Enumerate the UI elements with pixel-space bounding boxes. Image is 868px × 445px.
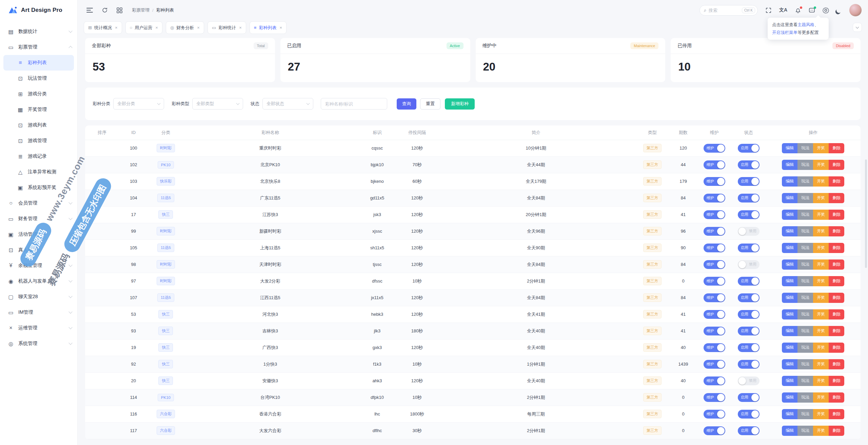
play-rules-button[interactable]: 玩法 <box>797 143 813 153</box>
draw-button[interactable]: 开奖 <box>813 392 829 403</box>
toggle-on[interactable]: 维护 <box>704 327 725 335</box>
edit-button[interactable]: 编辑 <box>782 392 797 403</box>
toggle-on[interactable]: 维护 <box>704 160 725 169</box>
edit-button[interactable]: 编辑 <box>782 193 797 203</box>
play-rules-button[interactable]: 玩法 <box>797 343 813 353</box>
draw-button[interactable]: 开奖 <box>813 409 829 419</box>
delete-button[interactable]: 删除 <box>829 276 844 286</box>
tooltip-theme-link[interactable]: 主题风格 <box>797 22 814 27</box>
sidebar-item-真人视讯[interactable]: ⊡真人视讯 <box>0 242 77 258</box>
toggle-on[interactable]: 启用 <box>738 343 760 352</box>
play-rules-button[interactable]: 玩法 <box>797 326 813 336</box>
toggle-on[interactable]: 启用 <box>738 244 760 252</box>
toggle-on[interactable]: 维护 <box>704 277 725 286</box>
sidebar-item-机器人与发单[interactable]: ◉机器人与发单 <box>0 273 77 289</box>
sidebar-item-游戏管理[interactable]: ⊡游戏管理 <box>0 133 77 149</box>
toggle-on[interactable]: 启用 <box>738 410 760 419</box>
sidebar-item-注单异常检测[interactable]: △注单异常检测 <box>0 164 77 180</box>
play-rules-button[interactable]: 玩法 <box>797 426 813 436</box>
tab-彩种列表[interactable]: ≡彩种列表× <box>250 21 287 34</box>
search-input[interactable] <box>709 8 742 13</box>
tab-close-icon[interactable]: × <box>197 25 200 30</box>
reset-button[interactable]: 重置 <box>420 98 440 110</box>
draw-button[interactable]: 开奖 <box>813 343 829 353</box>
toggle-on[interactable]: 维护 <box>704 376 725 385</box>
chat-icon[interactable] <box>809 7 815 14</box>
delete-button[interactable]: 删除 <box>829 210 844 220</box>
edit-button[interactable]: 编辑 <box>782 376 797 386</box>
tab-close-icon[interactable]: × <box>155 25 158 30</box>
toggle-on[interactable]: 启用 <box>738 160 760 169</box>
sidebar-item-系统彩预开奖[interactable]: ▣系统彩预开奖 <box>0 180 77 195</box>
draw-button[interactable]: 开奖 <box>813 226 829 236</box>
toggle-off[interactable]: 禁用 <box>738 227 760 236</box>
play-rules-button[interactable]: 玩法 <box>797 193 813 203</box>
tab-统计概况[interactable]: ⊞统计概况× <box>84 21 122 34</box>
play-rules-button[interactable]: 玩法 <box>797 210 813 220</box>
apps-grid-icon[interactable] <box>117 7 122 13</box>
draw-button[interactable]: 开奖 <box>813 176 829 187</box>
sidebar-item-活动管理[interactable]: ▣活动管理 <box>0 227 77 242</box>
sidebar-item-数据统计[interactable]: ▤数据统计 <box>0 24 77 39</box>
toggle-on[interactable]: 启用 <box>738 426 760 435</box>
query-button[interactable]: 查询 <box>397 98 416 110</box>
play-rules-button[interactable]: 玩法 <box>797 409 813 419</box>
tabs-dropdown-button[interactable] <box>853 23 862 32</box>
tooltip-topmenu-link[interactable]: 开启顶栏菜单 <box>772 30 797 35</box>
toggle-on[interactable]: 维护 <box>704 177 725 186</box>
draw-button[interactable]: 开奖 <box>813 210 829 220</box>
delete-button[interactable]: 删除 <box>829 343 844 353</box>
tab-用户运营[interactable]: ○用户运营× <box>125 21 162 34</box>
delete-button[interactable]: 删除 <box>829 376 844 386</box>
toggle-on[interactable]: 维护 <box>704 293 725 302</box>
edit-button[interactable]: 编辑 <box>782 243 797 253</box>
draw-button[interactable]: 开奖 <box>813 160 829 170</box>
toggle-on[interactable]: 维护 <box>704 360 725 369</box>
draw-button[interactable]: 开奖 <box>813 376 829 386</box>
status-select[interactable]: 全部状态 <box>262 98 313 110</box>
breadcrumb-parent[interactable]: 彩票管理 <box>132 7 150 13</box>
edit-button[interactable]: 编辑 <box>782 276 797 286</box>
edit-button[interactable]: 编辑 <box>782 309 797 320</box>
edit-button[interactable]: 编辑 <box>782 160 797 170</box>
type-select[interactable]: 全部类型 <box>192 98 243 110</box>
edit-button[interactable]: 编辑 <box>782 259 797 270</box>
notification-bell-icon[interactable] <box>795 7 801 14</box>
toggle-on[interactable]: 启用 <box>738 360 760 369</box>
sidebar-item-系统管理[interactable]: ◎系统管理 <box>0 336 77 351</box>
toggle-on[interactable]: 维护 <box>704 343 725 352</box>
play-rules-button[interactable]: 玩法 <box>797 293 813 303</box>
edit-button[interactable]: 编辑 <box>782 409 797 419</box>
draw-button[interactable]: 开奖 <box>813 259 829 270</box>
play-rules-button[interactable]: 玩法 <box>797 392 813 403</box>
tab-close-icon[interactable]: × <box>279 25 282 30</box>
toggle-off[interactable]: 禁用 <box>738 260 760 269</box>
delete-button[interactable]: 删除 <box>829 392 844 403</box>
tab-close-icon[interactable]: × <box>115 25 118 30</box>
toggle-on[interactable]: 维护 <box>704 227 725 236</box>
draw-button[interactable]: 开奖 <box>813 276 829 286</box>
play-rules-button[interactable]: 玩法 <box>797 243 813 253</box>
edit-button[interactable]: 编辑 <box>782 359 797 369</box>
toggle-on[interactable]: 维护 <box>704 144 725 153</box>
draw-button[interactable]: 开奖 <box>813 143 829 153</box>
fullscreen-icon[interactable] <box>765 7 772 14</box>
delete-button[interactable]: 删除 <box>829 193 844 203</box>
sidebar-item-IM管理[interactable]: ▭IM管理 <box>0 305 77 320</box>
toggle-on[interactable]: 启用 <box>738 144 760 153</box>
tab-财务分析[interactable]: ◎财务分析× <box>166 21 204 34</box>
translate-icon[interactable]: 文A <box>779 7 787 13</box>
play-rules-button[interactable]: 玩法 <box>797 259 813 270</box>
draw-button[interactable]: 开奖 <box>813 293 829 303</box>
draw-button[interactable]: 开奖 <box>813 359 829 369</box>
keyword-input[interactable] <box>321 98 387 110</box>
delete-button[interactable]: 删除 <box>829 293 844 303</box>
add-lottery-button[interactable]: 新增彩种 <box>445 98 475 110</box>
toggle-on[interactable]: 维护 <box>704 260 725 269</box>
toggle-on[interactable]: 启用 <box>738 393 760 402</box>
page-scrollbar[interactable] <box>865 159 867 268</box>
delete-button[interactable]: 删除 <box>829 409 844 419</box>
edit-button[interactable]: 编辑 <box>782 293 797 303</box>
play-rules-button[interactable]: 玩法 <box>797 359 813 369</box>
delete-button[interactable]: 删除 <box>829 259 844 270</box>
